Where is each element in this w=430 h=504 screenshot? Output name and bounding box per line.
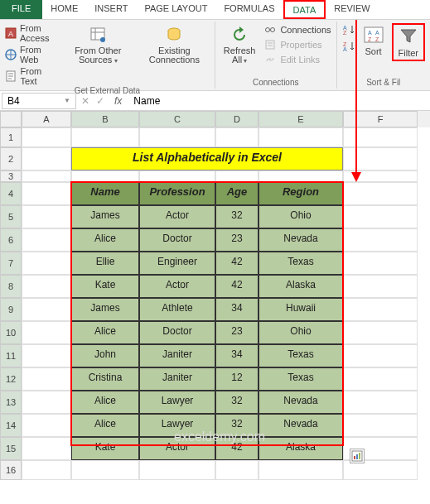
row-header-3[interactable]: 3 <box>0 170 22 182</box>
formula-input[interactable] <box>128 94 430 108</box>
cell-region[interactable]: Ohio <box>258 205 343 228</box>
from-web-button[interactable]: From Web <box>5 45 57 65</box>
cell[interactable] <box>22 298 71 321</box>
cell-name[interactable]: Alice <box>71 391 139 414</box>
cell[interactable] <box>343 170 418 182</box>
existing-connections-button[interactable]: Existing Connections <box>139 23 210 66</box>
cell[interactable] <box>343 298 418 321</box>
cell[interactable] <box>258 127 343 147</box>
cell[interactable] <box>343 205 418 228</box>
row-header-1[interactable]: 1 <box>0 127 22 147</box>
cell-region[interactable]: Ohio <box>258 321 343 344</box>
cell-profession[interactable]: Janiter <box>139 367 215 391</box>
connections-button[interactable]: Connections <box>263 23 331 36</box>
table-header-region[interactable]: Region <box>258 182 343 205</box>
cell[interactable] <box>215 127 258 147</box>
tab-page-layout[interactable]: PAGE LAYOUT <box>136 0 215 19</box>
col-header-C[interactable]: C <box>139 111 215 127</box>
cell[interactable] <box>22 228 71 252</box>
sort-ascending-button[interactable]: AZ <box>342 23 355 36</box>
cell-profession[interactable]: Lawyer <box>139 414 215 437</box>
cell[interactable] <box>71 127 139 147</box>
cell-age[interactable]: 32 <box>215 414 258 437</box>
cell-name[interactable]: John <box>71 344 139 367</box>
cell-region[interactable]: Nevada <box>258 414 343 437</box>
cell[interactable] <box>22 205 71 228</box>
cell-age[interactable]: 42 <box>215 252 258 275</box>
cell[interactable] <box>22 127 71 147</box>
cell[interactable] <box>343 321 418 344</box>
tab-home[interactable]: HOME <box>42 0 86 19</box>
cell-name[interactable]: Ellie <box>71 252 139 275</box>
cell[interactable] <box>343 391 418 414</box>
edit-links-button[interactable]: Edit Links <box>263 53 331 66</box>
row-header-6[interactable]: 6 <box>0 228 22 252</box>
cell[interactable] <box>22 252 71 275</box>
table-header-name[interactable]: Name <box>71 182 139 205</box>
cell-age[interactable]: 23 <box>215 321 258 344</box>
cell[interactable] <box>22 321 71 344</box>
table-header-profession[interactable]: Profession <box>139 182 215 205</box>
cell-region[interactable]: Nevada <box>258 228 343 252</box>
cell[interactable] <box>71 460 139 480</box>
row-header-9[interactable]: 9 <box>0 298 22 321</box>
col-header-F[interactable]: F <box>343 111 418 127</box>
cell[interactable] <box>343 275 418 298</box>
cell[interactable] <box>22 414 71 437</box>
cell-region[interactable]: Alaska <box>258 275 343 298</box>
cell[interactable] <box>22 275 71 298</box>
cell[interactable] <box>22 437 71 460</box>
row-header-14[interactable]: 14 <box>0 414 22 437</box>
cell[interactable] <box>258 170 343 182</box>
cell-profession[interactable]: Actor <box>139 205 215 228</box>
cell[interactable] <box>343 414 418 437</box>
cell[interactable] <box>343 182 418 205</box>
cell[interactable] <box>258 460 343 480</box>
tab-formulas[interactable]: FORMULAS <box>215 0 283 19</box>
cell-name[interactable]: Alice <box>71 228 139 252</box>
cell-profession[interactable]: Actor <box>139 437 215 460</box>
properties-button[interactable]: Properties <box>263 38 331 51</box>
refresh-all-button[interactable]: Refresh All <box>220 23 259 67</box>
cell-profession[interactable]: Lawyer <box>139 391 215 414</box>
cell[interactable] <box>343 367 418 391</box>
col-header-E[interactable]: E <box>258 111 343 127</box>
cell[interactable] <box>343 147 418 170</box>
row-header-8[interactable]: 8 <box>0 275 22 298</box>
col-header-B[interactable]: B <box>71 111 139 127</box>
row-header-4[interactable]: 4 <box>0 182 22 205</box>
filter-button[interactable]: Filter <box>392 23 425 61</box>
from-access-button[interactable]: A From Access <box>5 23 57 43</box>
cell-region[interactable]: Huwaii <box>258 298 343 321</box>
row-header-7[interactable]: 7 <box>0 252 22 275</box>
tab-data[interactable]: DATA <box>283 0 326 19</box>
name-box[interactable]: B4 ▼ <box>2 93 76 109</box>
from-text-button[interactable]: From Text <box>5 66 57 86</box>
cell-age[interactable]: 32 <box>215 205 258 228</box>
cell-region[interactable]: Nevada <box>258 391 343 414</box>
cell[interactable] <box>215 460 258 480</box>
row-header-16[interactable]: 16 <box>0 460 22 480</box>
cell-name[interactable]: James <box>71 205 139 228</box>
cell[interactable] <box>22 344 71 367</box>
sort-descending-button[interactable]: ZA <box>342 40 355 53</box>
cell[interactable] <box>22 147 71 170</box>
cell-age[interactable]: 23 <box>215 228 258 252</box>
cell[interactable] <box>22 170 71 182</box>
quick-analysis-button[interactable] <box>350 449 365 463</box>
cell-profession[interactable]: Engineer <box>139 252 215 275</box>
cell[interactable] <box>71 170 139 182</box>
row-header-11[interactable]: 11 <box>0 344 22 367</box>
cell-name[interactable]: James <box>71 298 139 321</box>
cell-age[interactable]: 34 <box>215 298 258 321</box>
cell-age[interactable]: 42 <box>215 437 258 460</box>
cell[interactable] <box>343 127 418 147</box>
cell-region[interactable]: Alaska <box>258 437 343 460</box>
cell[interactable] <box>139 460 215 480</box>
cell-profession[interactable]: Athlete <box>139 298 215 321</box>
cell[interactable] <box>343 252 418 275</box>
fx-button[interactable]: fx <box>108 95 128 107</box>
cell-age[interactable]: 12 <box>215 367 258 391</box>
row-header-12[interactable]: 12 <box>0 367 22 391</box>
cell[interactable] <box>22 367 71 391</box>
